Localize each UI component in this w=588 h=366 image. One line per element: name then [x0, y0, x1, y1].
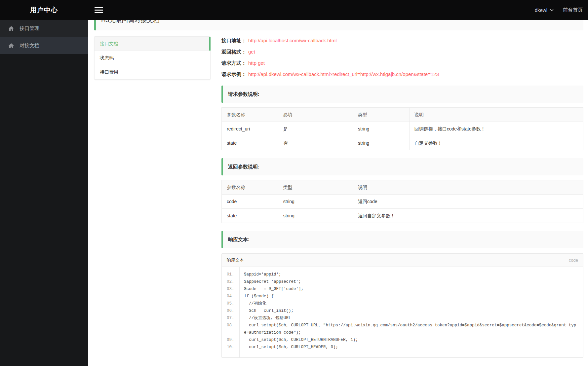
- code-text: curl_setopt($ch, CURLOPT_URL, "https://a…: [239, 322, 583, 336]
- tab-label: 状态码: [100, 55, 114, 60]
- code-panel: 响应文本 code 01.$appid='appid'; 02.$appsecr…: [221, 253, 583, 358]
- sidebar: 接口管理 对接文档: [0, 20, 88, 366]
- brand-title: 用户中心: [0, 6, 88, 15]
- code-panel-header: 响应文本 code: [222, 254, 583, 267]
- col-header: 参数名称: [222, 108, 278, 122]
- tab-label: 接口文档: [100, 41, 118, 46]
- request-params-table: 参数名称 必填 类型 说明 redirect_uri 是 string 回调链接…: [221, 107, 583, 150]
- code-text: curl_setopt($ch, CURLOPT_RETURNTRANSFER,…: [239, 336, 583, 344]
- code-line: 01.$appid='appid';: [222, 271, 583, 278]
- code-text: $code = $_GET['code'];: [239, 285, 583, 293]
- detail-request-example: 请求示例：http://api.dkewl.com/wx-callback.ht…: [221, 71, 583, 78]
- cell: code: [222, 195, 278, 209]
- user-menu[interactable]: dkewl: [535, 7, 554, 13]
- detail-label: 请求示例：: [221, 71, 246, 77]
- code-line: 05. //初始化: [222, 300, 583, 307]
- section-request-params: 请求参数说明:: [221, 86, 583, 103]
- col-header: 必填: [278, 108, 353, 122]
- code-line: 06. $ch = curl_init();: [222, 307, 583, 314]
- detail-value: http get: [248, 60, 265, 66]
- table-header-row: 参数名称 类型 说明: [222, 180, 583, 195]
- response-params-table: 参数名称 类型 说明 code string 返回code state stri…: [221, 180, 583, 223]
- cell: 返回自定义参数！: [353, 209, 583, 223]
- code-line: 09. curl_setopt($ch, CURLOPT_RETURNTRANS…: [222, 336, 583, 344]
- table-row: state string 返回自定义参数！: [222, 209, 583, 223]
- example-url-link[interactable]: http://api.dkewl.com/wx-callback.html?re…: [248, 71, 439, 77]
- header-right: dkewl 前台首页: [535, 7, 588, 13]
- line-number: 06.: [222, 307, 239, 314]
- detail-request-method: 请求方式：http get: [221, 59, 583, 66]
- home-icon: [9, 26, 14, 31]
- cell: string: [353, 136, 410, 150]
- hamburger-menu-icon[interactable]: [95, 7, 103, 13]
- cell: 自定义参数！: [409, 136, 583, 150]
- sidebar-item-docs[interactable]: 对接文档: [0, 37, 88, 54]
- cell: state: [222, 209, 278, 223]
- cell: 返回code: [353, 195, 583, 209]
- detail-return-format: 返回格式：get: [221, 48, 583, 55]
- col-header: 参数名称: [222, 180, 278, 195]
- code-text: $ch = curl_init();: [239, 307, 583, 314]
- code-badge: code: [569, 258, 578, 263]
- api-url-link[interactable]: http://api.localhost.com/wx-callback.htm…: [248, 38, 337, 43]
- top-header: 用户中心 dkewl 前台首页: [0, 0, 588, 20]
- table-header-row: 参数名称 必填 类型 说明: [222, 108, 583, 122]
- detail-label: 请求方式：: [221, 60, 246, 66]
- table-row: state 否 string 自定义参数！: [222, 136, 583, 150]
- tab-api-doc[interactable]: 接口文档: [95, 37, 210, 51]
- line-number: 09.: [222, 336, 239, 344]
- cell: redirect_uri: [222, 122, 278, 136]
- col-header: 类型: [278, 180, 353, 195]
- tab-status-codes[interactable]: 状态码: [95, 51, 210, 65]
- code-line: 02.$appsecret='appsecret';: [222, 278, 583, 285]
- front-home-link[interactable]: 前台首页: [563, 7, 583, 13]
- line-number: 08.: [222, 322, 239, 336]
- cell: string: [278, 195, 353, 209]
- code-line: 04.if ($code) {: [222, 293, 583, 300]
- tab-api-fees[interactable]: 接口费用: [95, 65, 210, 79]
- cell: 是: [278, 122, 353, 136]
- main-content: H5无限回调对接文档 接口文档 状态码 接口费用 接口地址：http://api…: [88, 0, 588, 358]
- cell: 回调链接，接口code和state参数！: [409, 122, 583, 136]
- line-number: 01.: [222, 271, 239, 278]
- line-number: 04.: [222, 293, 239, 300]
- cell: string: [278, 209, 353, 223]
- detail-api-url: 接口地址：http://api.localhost.com/wx-callbac…: [221, 37, 583, 44]
- section-response-body: 响应文本:: [221, 231, 583, 248]
- section-response-params: 返回参数说明:: [221, 158, 583, 175]
- detail-value: get: [248, 49, 255, 55]
- code-line: 08. curl_setopt($ch, CURLOPT_URL, "https…: [222, 322, 583, 336]
- col-header: 说明: [353, 180, 583, 195]
- sidebar-item-label: 对接文档: [20, 43, 39, 49]
- tab-label: 接口费用: [100, 69, 118, 75]
- line-number: 03.: [222, 285, 239, 293]
- home-icon: [9, 43, 14, 48]
- code-text: curl_setopt($ch, CURLOPT_HEADER, 0);: [239, 344, 583, 351]
- line-number: 05.: [222, 300, 239, 307]
- code-text: //初始化: [239, 300, 583, 307]
- line-number: 07.: [222, 314, 239, 322]
- code-line: 10. curl_setopt($ch, CURLOPT_HEADER, 0);: [222, 344, 583, 351]
- code-line: 03.$code = $_GET['code'];: [222, 285, 583, 293]
- table-row: code string 返回code: [222, 195, 583, 209]
- code-text: if ($code) {: [239, 293, 583, 300]
- code-line: 07. //设置选项, 包括URL: [222, 314, 583, 322]
- detail-label: 返回格式：: [221, 49, 246, 55]
- col-header: 说明: [409, 108, 583, 122]
- chevron-down-icon: [550, 9, 554, 11]
- detail-label: 接口地址：: [221, 38, 246, 43]
- username: dkewl: [535, 7, 547, 13]
- code-text: $appsecret='appsecret';: [239, 278, 583, 285]
- sidebar-item-api-management[interactable]: 接口管理: [0, 20, 88, 37]
- cell: state: [222, 136, 278, 150]
- cell: 否: [278, 136, 353, 150]
- line-number: 02.: [222, 278, 239, 285]
- table-row: redirect_uri 是 string 回调链接，接口code和state参…: [222, 122, 583, 136]
- code-text: $appid='appid';: [239, 271, 583, 278]
- active-indicator-bar: [209, 37, 211, 51]
- col-header: 类型: [353, 108, 410, 122]
- code-text: //设置选项, 包括URL: [239, 314, 583, 322]
- line-number: 10.: [222, 344, 239, 351]
- sidebar-item-label: 接口管理: [20, 25, 39, 32]
- code-body: 01.$appid='appid'; 02.$appsecret='appsec…: [222, 267, 583, 357]
